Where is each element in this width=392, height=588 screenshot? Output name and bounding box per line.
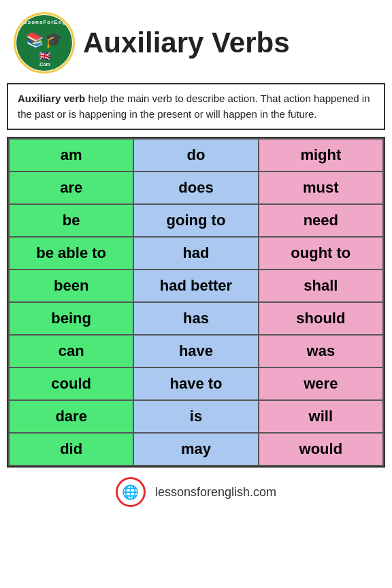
logo-flag-icon: 🇬🇧 bbox=[39, 50, 50, 61]
cell-r2-c1: going to bbox=[133, 204, 258, 237]
cell-r6-c1: have bbox=[133, 335, 258, 368]
auxiliary-verbs-table: amdomightaredoesmustbegoing toneedbe abl… bbox=[7, 137, 385, 468]
footer-url: lessonsforenglish.com bbox=[155, 485, 276, 500]
cell-r9-c1: may bbox=[133, 433, 258, 466]
website-icon: 🌐 bbox=[116, 477, 146, 507]
table-row: be able tohadought to bbox=[9, 237, 383, 270]
logo: LessonsForEnglish 📚🎓 🇬🇧 .Com bbox=[14, 12, 75, 74]
table-row: beinghasshould bbox=[9, 302, 383, 335]
table-row: beenhad bettershall bbox=[9, 270, 383, 302]
cell-r6-c2: was bbox=[259, 335, 383, 368]
cell-r4-c0: been bbox=[9, 270, 133, 302]
cell-r6-c0: can bbox=[9, 335, 133, 368]
cell-r4-c1: had better bbox=[133, 270, 258, 302]
page-title: Auxiliary Verbs bbox=[83, 27, 290, 59]
table-row: canhavewas bbox=[9, 335, 383, 368]
table-row: amdomight bbox=[9, 139, 383, 172]
table-row: dareiswill bbox=[9, 400, 383, 433]
cell-r5-c2: should bbox=[259, 302, 383, 335]
cell-r8-c1: is bbox=[133, 400, 258, 433]
cell-r1-c2: must bbox=[259, 172, 383, 204]
logo-text-bottom: .Com bbox=[16, 62, 72, 67]
cell-r8-c2: will bbox=[259, 400, 383, 433]
cell-r0-c2: might bbox=[259, 139, 383, 172]
table-row: didmaywould bbox=[9, 433, 383, 466]
cell-r3-c1: had bbox=[133, 237, 258, 270]
cell-r2-c0: be bbox=[9, 204, 133, 237]
table-row: begoing toneed bbox=[9, 204, 383, 237]
cell-r7-c2: were bbox=[259, 368, 383, 400]
description-box: Auxiliary verb help the main verb to des… bbox=[7, 83, 385, 130]
cell-r5-c0: being bbox=[9, 302, 133, 335]
cell-r5-c1: has bbox=[133, 302, 258, 335]
cell-r3-c2: ought to bbox=[259, 237, 383, 270]
logo-text-top: LessonsForEnglish bbox=[16, 19, 72, 25]
cell-r9-c0: did bbox=[9, 433, 133, 466]
table-row: aredoesmust bbox=[9, 172, 383, 204]
cell-r0-c1: do bbox=[133, 139, 258, 172]
table-row: couldhave towere bbox=[9, 368, 383, 400]
cell-r7-c0: could bbox=[9, 368, 133, 400]
cell-r4-c2: shall bbox=[259, 270, 383, 302]
cell-r0-c0: am bbox=[9, 139, 133, 172]
footer: 🌐 lessonsforenglish.com bbox=[7, 474, 385, 511]
cell-r7-c1: have to bbox=[133, 368, 258, 400]
page-header: LessonsForEnglish 📚🎓 🇬🇧 .Com Auxiliary V… bbox=[7, 7, 385, 79]
description-bold: Auxiliary verb bbox=[18, 93, 85, 104]
cell-r1-c0: are bbox=[9, 172, 133, 204]
cell-r3-c0: be able to bbox=[9, 237, 133, 270]
cell-r2-c2: need bbox=[259, 204, 383, 237]
logo-books-icon: 📚🎓 bbox=[26, 31, 63, 49]
cell-r9-c2: would bbox=[259, 433, 383, 466]
cell-r8-c0: dare bbox=[9, 400, 133, 433]
cell-r1-c1: does bbox=[133, 172, 258, 204]
